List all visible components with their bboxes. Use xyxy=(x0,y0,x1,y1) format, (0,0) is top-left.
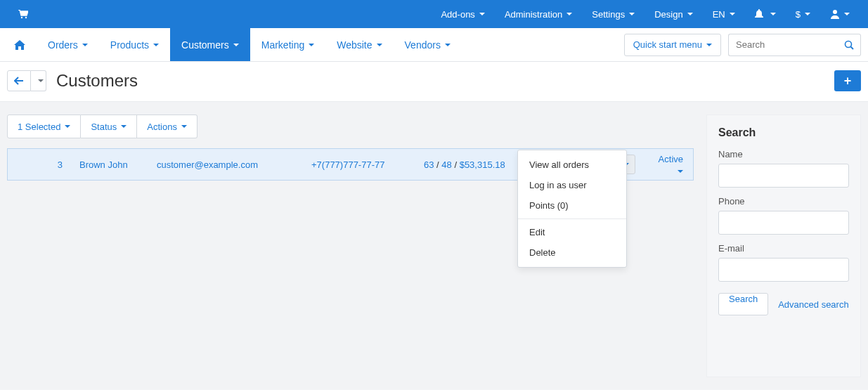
add-button[interactable]: + xyxy=(834,70,861,91)
customer-id: 3 xyxy=(8,159,71,170)
actions-button[interactable]: Actions xyxy=(137,115,197,138)
topbar: Add-ons Administration Settings Design E… xyxy=(0,0,868,28)
search-submit-button[interactable]: Search xyxy=(718,293,768,315)
topnav-design[interactable]: Design xyxy=(644,0,702,28)
content-column: 1 Selected Status Actions 3 Brown John c… xyxy=(7,115,694,377)
topnav-settings[interactable]: Settings xyxy=(582,0,644,28)
dropdown-divider xyxy=(518,218,626,219)
global-search-input[interactable] xyxy=(728,34,837,56)
filter-bar: 1 Selected Status Actions xyxy=(7,115,694,138)
svg-point-2 xyxy=(833,10,837,14)
dropdown-view-all-orders[interactable]: View all orders xyxy=(518,155,626,175)
cart-icon[interactable] xyxy=(8,0,38,28)
global-search-button[interactable] xyxy=(837,34,861,56)
search-name-input[interactable] xyxy=(718,164,849,188)
quick-start-button[interactable]: Quick start menu xyxy=(624,34,721,56)
row-actions-dropdown: View all orders Log in as user Points (0… xyxy=(517,150,627,268)
svg-line-4 xyxy=(850,46,853,49)
customer-name-link[interactable]: Brown John xyxy=(71,159,148,170)
nav-vendors[interactable]: Vendors xyxy=(394,28,462,61)
dropdown-edit[interactable]: Edit xyxy=(518,222,626,242)
page-title: Customers xyxy=(56,71,138,91)
main-nav: Orders Products Customers Marketing Webs… xyxy=(0,28,868,62)
dropdown-points[interactable]: Points (0) xyxy=(518,195,626,216)
customer-stat2[interactable]: 48 xyxy=(441,159,451,170)
nav-website[interactable]: Website xyxy=(325,28,393,61)
search-phone-input[interactable] xyxy=(718,211,849,235)
customer-email-link[interactable]: customer@example.com xyxy=(148,159,303,170)
nav-products[interactable]: Products xyxy=(99,28,170,61)
search-panel-title: Search xyxy=(718,126,849,139)
customer-status-dropdown[interactable]: Active xyxy=(644,154,693,175)
customer-stat1[interactable]: 63 xyxy=(424,159,434,170)
customer-amount[interactable]: $53,315.18 xyxy=(460,159,505,170)
status-filter-button[interactable]: Status xyxy=(81,115,137,138)
back-dropdown[interactable] xyxy=(31,70,46,91)
search-phone-label: Phone xyxy=(718,196,849,207)
search-email-label: E-mail xyxy=(718,243,849,254)
currency-selector[interactable]: $ xyxy=(786,0,820,28)
nav-orders[interactable]: Orders xyxy=(37,28,99,61)
user-menu-icon[interactable] xyxy=(820,0,860,28)
svg-point-0 xyxy=(21,16,22,18)
title-row: Customers + xyxy=(0,62,868,102)
svg-point-1 xyxy=(25,16,27,18)
selection-count-button[interactable]: 1 Selected xyxy=(7,115,81,138)
search-name-label: Name xyxy=(718,149,849,159)
search-panel: Search Name Phone E-mail Search Advanced… xyxy=(706,115,861,377)
customer-phone-link[interactable]: +7(777)777-77-77 xyxy=(303,159,415,170)
notifications-icon[interactable] xyxy=(745,0,786,28)
nav-customers[interactable]: Customers xyxy=(170,28,250,61)
back-button[interactable] xyxy=(7,70,31,91)
topnav-language[interactable]: EN xyxy=(703,0,745,28)
search-email-input[interactable] xyxy=(718,258,849,282)
svg-point-3 xyxy=(845,41,851,47)
topnav-administration[interactable]: Administration xyxy=(495,0,582,28)
nav-marketing[interactable]: Marketing xyxy=(250,28,325,61)
advanced-search-link[interactable]: Advanced search xyxy=(778,299,848,310)
topnav-addons[interactable]: Add-ons xyxy=(431,0,494,28)
dropdown-log-in-as-user[interactable]: Log in as user xyxy=(518,175,626,195)
nav-home-icon[interactable] xyxy=(3,28,37,61)
dropdown-delete[interactable]: Delete xyxy=(518,242,626,263)
body: 1 Selected Status Actions 3 Brown John c… xyxy=(0,102,868,390)
